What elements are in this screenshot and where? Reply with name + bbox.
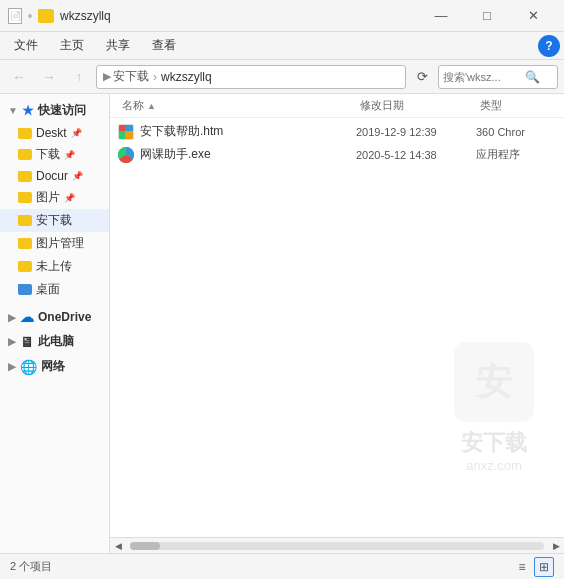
- folder-icon: [18, 192, 32, 203]
- up-button[interactable]: ↑: [66, 64, 92, 90]
- menu-bar: 文件 主页 共享 查看 ?: [0, 32, 564, 60]
- pin-icon: 📌: [64, 150, 75, 160]
- name-column-header[interactable]: 名称 ▲: [118, 96, 356, 115]
- item-count: 2 个项目: [10, 559, 52, 574]
- close-button[interactable]: ✕: [510, 0, 556, 32]
- help-button[interactable]: ?: [538, 35, 560, 57]
- back-button[interactable]: ←: [6, 64, 32, 90]
- scroll-right-button[interactable]: ▶: [548, 538, 564, 554]
- sidebar-item-desktop[interactable]: Deskt 📌: [0, 123, 109, 143]
- window-icon: 📄: [8, 8, 22, 24]
- folder-icon: [18, 238, 32, 249]
- table-row[interactable]: 安下载帮助.htm 2019-12-9 12:39 360 Chror: [110, 120, 564, 143]
- date-column-header[interactable]: 修改日期: [356, 96, 476, 115]
- maximize-button[interactable]: □: [464, 0, 510, 32]
- htm-file-icon: [118, 124, 134, 140]
- list-view-button[interactable]: ≡: [512, 557, 532, 577]
- folder-icon: [38, 9, 54, 23]
- scroll-left-button[interactable]: ◀: [110, 538, 126, 554]
- sidebar-item-desktop2[interactable]: 桌面: [0, 278, 109, 301]
- address-bar[interactable]: ▶ 安下载 › wkzszyllq: [96, 65, 406, 89]
- folder-icon: [18, 261, 32, 272]
- menu-share[interactable]: 共享: [96, 33, 140, 58]
- title-bar-left: 📄 wkzszyllq: [8, 8, 111, 24]
- breadcrumb: ▶ 安下载 › wkzszyllq: [103, 68, 212, 85]
- quick-access-header[interactable]: ▼ ★ 快速访问: [0, 98, 109, 123]
- horizontal-scrollbar[interactable]: ◀ ▶: [110, 537, 564, 553]
- folder-icon: [18, 171, 32, 182]
- menu-file[interactable]: 文件: [4, 33, 48, 58]
- this-pc-item[interactable]: ▶ 🖥 此电脑: [0, 329, 109, 354]
- view-buttons: ≡ ⊞: [512, 557, 554, 577]
- sidebar-item-downloads[interactable]: 下载 📌: [0, 143, 109, 166]
- file-name-cell: 网课助手.exe: [118, 146, 356, 163]
- main-layout: ▼ ★ 快速访问 Deskt 📌 下载 📌 Docur 📌 图片 📌 安下载: [0, 94, 564, 553]
- file-type: 360 Chror: [476, 126, 556, 138]
- refresh-button[interactable]: ⟳: [410, 65, 434, 89]
- title-bar: 📄 wkzszyllq — □ ✕: [0, 0, 564, 32]
- scrollbar-track[interactable]: [130, 542, 544, 550]
- sidebar-item-documents[interactable]: Docur 📌: [0, 166, 109, 186]
- sidebar-item-not-uploaded[interactable]: 未上传: [0, 255, 109, 278]
- network-item[interactable]: ▶ 🌐 网络: [0, 354, 109, 379]
- folder-icon: [18, 149, 32, 160]
- minimize-button[interactable]: —: [418, 0, 464, 32]
- status-bar: 2 个项目 ≡ ⊞: [0, 553, 564, 579]
- column-headers: 名称 ▲ 修改日期 类型: [110, 94, 564, 118]
- sidebar: ▼ ★ 快速访问 Deskt 📌 下载 📌 Docur 📌 图片 📌 安下载: [0, 94, 110, 553]
- search-icon: 🔍: [525, 70, 540, 84]
- content-area: 名称 ▲ 修改日期 类型: [110, 94, 564, 553]
- sidebar-item-pictures[interactable]: 图片 📌: [0, 186, 109, 209]
- pin-icon: 📌: [64, 193, 75, 203]
- forward-button[interactable]: →: [36, 64, 62, 90]
- file-date: 2019-12-9 12:39: [356, 126, 476, 138]
- grid-view-button[interactable]: ⊞: [534, 557, 554, 577]
- sidebar-item-anxiazai[interactable]: 安下载: [0, 209, 109, 232]
- file-name-cell: 安下载帮助.htm: [118, 123, 356, 140]
- folder-icon: [18, 215, 32, 226]
- crumb-separator: ›: [153, 70, 157, 84]
- file-list: 安下载帮助.htm 2019-12-9 12:39 360 Chror 网课助手…: [110, 118, 564, 537]
- title-bar-controls: — □ ✕: [418, 0, 556, 32]
- type-column-header[interactable]: 类型: [476, 96, 556, 115]
- folder-icon: [18, 128, 32, 139]
- pin-icon: 📌: [72, 171, 83, 181]
- menu-view[interactable]: 查看: [142, 33, 186, 58]
- sidebar-item-picture-mgmt[interactable]: 图片管理: [0, 232, 109, 255]
- file-type: 应用程序: [476, 147, 556, 162]
- exe-file-icon: [118, 147, 134, 163]
- table-row[interactable]: 网课助手.exe 2020-5-12 14:38 应用程序: [110, 143, 564, 166]
- pin-icon: 📌: [71, 128, 82, 138]
- search-input[interactable]: [443, 71, 523, 83]
- onedrive-item[interactable]: ▶ ☁ OneDrive: [0, 305, 109, 329]
- scrollbar-thumb[interactable]: [130, 542, 160, 550]
- toolbar: ← → ↑ ▶ 安下载 › wkzszyllq ⟳ 🔍: [0, 60, 564, 94]
- folder-icon: [18, 284, 32, 295]
- search-box[interactable]: 🔍: [438, 65, 558, 89]
- window-title: wkzszyllq: [60, 9, 111, 23]
- sort-arrow: ▲: [147, 101, 156, 111]
- file-date: 2020-5-12 14:38: [356, 149, 476, 161]
- menu-home[interactable]: 主页: [50, 33, 94, 58]
